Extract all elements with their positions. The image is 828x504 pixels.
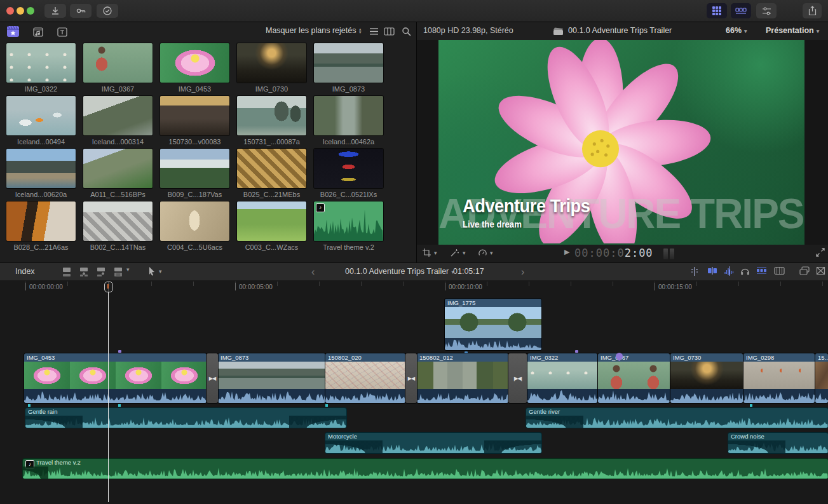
browser-clip[interactable]: Iceland...00494: [6, 96, 76, 146]
next-project-icon[interactable]: ›: [521, 266, 524, 278]
import-media-button[interactable]: [44, 4, 66, 18]
sidebar-photos-audio-icon[interactable]: [30, 25, 45, 37]
music-clip[interactable]: ♪Travel theme v.2: [23, 459, 828, 479]
viewer-view-dropdown[interactable]: Présentation▾: [766, 26, 819, 35]
timeline-pane[interactable]: 00:00:00:00 00:00:05:00 00:00:10:00 00:0…: [0, 280, 828, 504]
transition-clip[interactable]: ▶◀: [207, 353, 218, 403]
browser-clip[interactable]: 150731_...00087a: [237, 96, 306, 146]
zoom-window-icon[interactable]: [27, 7, 34, 15]
browser-clip[interactable]: B009_C...187Vas: [160, 149, 229, 198]
audio-waveform: [23, 467, 828, 479]
timeline-ruler[interactable]: 00:00:00:00 00:00:05:00 00:00:10:00 00:0…: [0, 282, 828, 294]
show-inspector-button[interactable]: [756, 3, 777, 18]
video-clip[interactable]: IMG_0873: [218, 353, 325, 403]
audio-clip[interactable]: Gentle rain: [25, 408, 346, 428]
video-clip[interactable]: IMG_0298: [743, 353, 815, 403]
marker-dot: [750, 404, 752, 407]
filter-updown-chevron-icon: ▴▾: [359, 27, 362, 34]
playhead-line[interactable]: [108, 282, 109, 502]
browser-clip[interactable]: Iceland...00462a: [314, 96, 383, 146]
browser-clip[interactable]: IMG_0322: [6, 43, 76, 93]
video-clip[interactable]: IMG_0453: [24, 353, 207, 403]
play-button[interactable]: ▶: [564, 248, 569, 256]
enhance-wand-button[interactable]: ▾: [450, 248, 466, 257]
video-clip[interactable]: 15...: [815, 353, 828, 403]
index-button[interactable]: Index: [15, 267, 35, 276]
video-clip[interactable]: 150802_012: [417, 353, 508, 403]
marker-dot: [325, 404, 328, 407]
close-timeline-icon[interactable]: [816, 266, 825, 275]
chevron-down-icon[interactable]: ▾: [126, 266, 130, 273]
browser-clip[interactable]: Iceland...00620a: [6, 149, 76, 198]
browser-clip[interactable]: A011_C...516BPs: [83, 149, 153, 198]
browser-clip[interactable]: B028_C...21A6as: [6, 201, 76, 251]
browser-clip[interactable]: Iceland...000314: [83, 96, 153, 146]
browser-clip[interactable]: IMG_0453: [160, 43, 229, 93]
transition-clip[interactable]: |▶◀|: [508, 353, 527, 403]
retime-button[interactable]: ▾: [478, 248, 493, 257]
marker-dot: [118, 404, 121, 407]
filmstrip-view-icon[interactable]: [383, 25, 395, 37]
insert-edit-button[interactable]: [78, 266, 90, 277]
close-window-icon[interactable]: [6, 7, 14, 15]
search-icon[interactable]: [400, 25, 412, 37]
skimming-icon[interactable]: [689, 266, 700, 276]
append-edit-button[interactable]: [95, 266, 107, 277]
browser-clip[interactable]: C004_C...5U6acs: [160, 201, 229, 251]
connect-edit-button[interactable]: [61, 266, 72, 277]
audio-clip[interactable]: Crowd noise: [728, 433, 828, 453]
solo-headphones-icon[interactable]: [740, 266, 750, 275]
background-tasks-button[interactable]: [97, 4, 118, 18]
video-clip[interactable]: IMG_0367: [598, 353, 670, 403]
audio-skimming-icon[interactable]: [724, 266, 735, 276]
browser-clip[interactable]: B026_C...0521IXs: [314, 149, 383, 198]
audio-meter[interactable]: [663, 249, 668, 259]
browser-clip[interactable]: IMG_0730: [237, 43, 306, 93]
marker-dot: [118, 350, 121, 353]
audio-waveform: [670, 389, 743, 403]
browser-clip[interactable]: ♪ Travel theme v.2: [314, 201, 383, 251]
chevron-down-icon: ▾: [434, 250, 437, 256]
browser-clip[interactable]: IMG_0367: [83, 43, 153, 93]
window-titlebar: [0, 0, 828, 22]
browser-clip[interactable]: B002_C...14TNas: [83, 201, 153, 251]
audio-clip[interactable]: Motorcycle: [325, 433, 541, 453]
show-browser-button[interactable]: [707, 3, 727, 18]
share-button[interactable]: [803, 3, 822, 18]
tool-select-button[interactable]: ▾: [147, 266, 162, 276]
viewer-expand-icon[interactable]: [816, 248, 825, 257]
snapping-icon[interactable]: [707, 266, 717, 275]
show-timeline-button[interactable]: [731, 3, 751, 18]
browser-clip[interactable]: C003_C...WZacs: [237, 201, 306, 251]
clip-appearance-icon[interactable]: [774, 266, 785, 275]
crop-tools-button[interactable]: ▾: [422, 248, 437, 257]
connected-clip[interactable]: IMG_1775: [445, 299, 541, 350]
pane-toolbars: Masquer les plans rejetés ▴▾ 1080p HD 23…: [0, 22, 828, 41]
browser-clip[interactable]: B025_C...21MEbs: [237, 149, 306, 198]
audio-meter[interactable]: [670, 249, 674, 259]
list-view-icon[interactable]: [367, 25, 380, 37]
sidebar-media-icon[interactable]: [5, 25, 20, 37]
browser-clip[interactable]: IMG_0873: [314, 43, 383, 93]
browser-clip[interactable]: 150730...v00083: [160, 96, 229, 146]
video-clip[interactable]: IMG_0730: [670, 353, 743, 403]
minimize-window-icon[interactable]: [17, 7, 24, 15]
video-clip[interactable]: 150802_020: [325, 353, 405, 403]
audio-waveform: [815, 389, 828, 403]
audio-waveform: [24, 389, 207, 403]
audio-waveform: [25, 416, 346, 428]
transition-clip[interactable]: ▶◀: [405, 353, 417, 403]
clip-filter-dropdown[interactable]: Masquer les plans rejetés: [266, 26, 356, 35]
viewer-zoom-dropdown[interactable]: 66%▾: [726, 26, 747, 35]
sidebar-titles-icon[interactable]: [54, 25, 69, 37]
audio-components-icon[interactable]: [756, 266, 767, 275]
viewer-video-canvas[interactable]: ADVENTURE TRIPS Adventure Trips Live the…: [438, 40, 804, 245]
video-clip[interactable]: IMG_0322: [527, 353, 597, 403]
overwrite-edit-button[interactable]: [112, 266, 124, 277]
playhead-handle[interactable]: [104, 282, 113, 292]
previous-project-icon[interactable]: ‹: [311, 266, 315, 278]
secondary-displays-icon[interactable]: [799, 266, 810, 275]
audio-clip[interactable]: Gentle river: [526, 408, 828, 428]
timeline-project-dropdown[interactable]: 00.1.0 Adventure Trips Trailer▾: [345, 267, 454, 276]
keywords-button[interactable]: [70, 4, 92, 18]
